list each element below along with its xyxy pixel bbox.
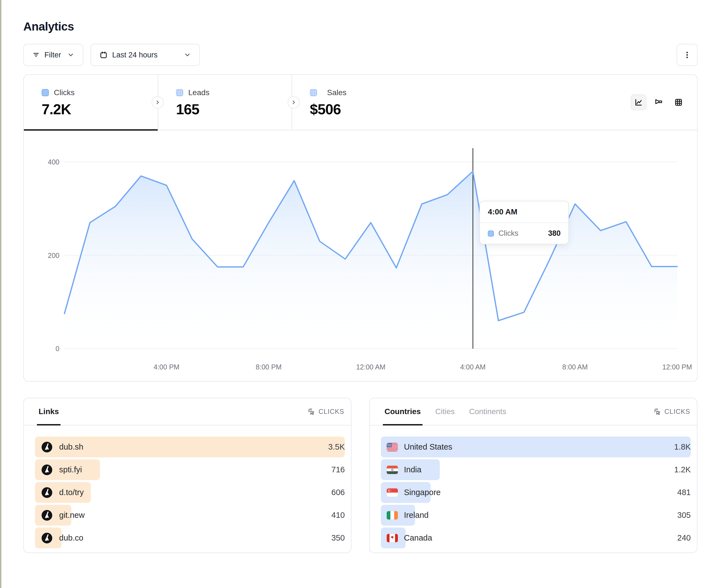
countries-panel: CountriesCitiesContinents CLICKS United … [369,398,697,553]
table-grid-icon [674,98,683,107]
row-value: 1.2K [674,465,691,474]
row-label: India [404,465,422,474]
date-range-button[interactable]: Last 24 hours [90,44,200,66]
x-axis-tick-label: 12:00 PM [662,363,692,371]
x-axis-tick-label: 4:00 AM [460,363,486,371]
row-value: 3.5K [328,443,345,452]
row-label: git.new [59,511,85,520]
links-metric-label: CLICKS [319,408,344,415]
country-row-india[interactable]: India1.2K [381,459,691,481]
row-label: Singapore [404,488,440,497]
x-axis-tick-label: 8:00 PM [256,363,281,371]
chevron-down-icon [67,51,74,59]
sales-tab-label: Sales [327,88,346,97]
more-options-button[interactable] [676,44,698,66]
tab-cities[interactable]: Cities [435,398,455,425]
leads-tab-label: Leads [188,88,209,97]
breakdown-panels: Links CLICKS dub.sh3.5K spti.fyi716 [23,398,698,553]
chart-tooltip: 4:00 AM Clicks 380 [479,201,569,244]
row-value: 305 [677,511,691,520]
dub-logo-icon [41,532,53,544]
row-value: 410 [331,511,345,520]
chart-plot-area[interactable]: 4:00 AM Clicks 380 0200400 [64,148,677,350]
analytics-page: Analytics Filter Last 24 hours [23,0,698,553]
tooltip-series-swatch [488,230,494,236]
kebab-menu-icon [683,51,691,59]
dub-logo-icon [41,509,53,521]
row-label: Ireland [404,511,429,520]
links-metric-tag: CLICKS [307,398,344,425]
link-row-git-new[interactable]: git.new410 [35,504,345,526]
x-axis-tick-label: 12:00 AM [356,363,386,371]
page-title: Analytics [23,20,698,33]
expand-leads-button[interactable] [152,96,164,109]
tab-clicks[interactable]: Clicks 7.2K [24,75,158,130]
countries-metric-label: CLICKS [664,408,690,415]
tab-links[interactable]: Links [39,398,59,425]
country-row-united-states[interactable]: United States1.8K [381,436,691,458]
chevron-down-icon [184,51,191,59]
leads-value: 165 [176,101,292,118]
tab-countries[interactable]: Countries [385,398,421,425]
expand-sales-button[interactable] [288,96,300,109]
row-value: 481 [677,488,691,497]
filter-button[interactable]: Filter [23,44,83,66]
dub-logo-icon [41,464,53,476]
calendar-icon [100,51,108,59]
tab-sales[interactable]: Sales $506 [292,75,425,130]
country-row-singapore[interactable]: Singapore481 [381,481,691,503]
countries-rows: United States1.8K India1.2K Singapore481… [370,426,697,549]
link-row-dub-co[interactable]: dub.co350 [35,527,345,549]
filter-button-label: Filter [44,51,61,59]
in-flag-icon [387,466,398,474]
country-row-ireland[interactable]: Ireland305 [381,504,691,526]
tab-split-1 [152,96,164,109]
y-axis-tick-label: 200 [48,251,59,259]
row-label: United States [404,443,452,452]
y-axis-tick-label: 400 [48,158,59,166]
us-flag-icon [387,443,398,451]
countries-metric-tag: CLICKS [653,398,690,425]
tooltip-value: 380 [548,229,561,238]
cursor-click-icon [653,407,662,416]
date-range-label: Last 24 hours [112,51,158,59]
line-chart-view-button[interactable] [630,94,647,110]
clicks-value: 7.2K [42,101,158,118]
filter-icon [32,51,40,59]
x-axis-tick-label: 8:00 AM [562,363,588,371]
links-panel-tabs: Links [39,398,59,425]
dub-logo-icon [41,464,53,476]
tab-continents[interactable]: Continents [469,398,507,425]
area-chart-svg [64,148,677,350]
tab-split-2 [288,96,300,109]
country-row-canada[interactable]: Canada240 [381,527,691,549]
dub-logo-icon [41,487,53,499]
countries-panel-tabs: CountriesCitiesContinents [385,398,507,425]
leads-series-swatch [176,89,183,96]
ie-flag-icon [387,511,398,520]
dub-logo-icon [41,509,53,521]
toolbar: Filter Last 24 hours [23,44,698,66]
row-value: 716 [331,465,345,474]
funnel-view-button[interactable] [650,94,667,110]
row-label: Canada [404,533,432,543]
chart-view-toggles [630,75,697,130]
y-axis-tick-label: 0 [56,345,59,353]
clicks-chart[interactable]: 4:00 AM Clicks 380 0200400 4:00 PM8:00 P… [64,148,677,381]
tab-leads[interactable]: Leads 165 [158,75,292,130]
link-row-d-to-try[interactable]: d.to/try606 [35,481,345,503]
metric-tabs: Clicks 7.2K Leads 165 Sales $506 [24,75,697,130]
dub-logo-icon [41,532,53,544]
row-label: dub.sh [59,443,83,452]
row-value: 606 [331,488,345,497]
sales-value: $506 [310,101,425,118]
line-chart-icon [634,98,643,107]
table-view-button[interactable] [670,94,687,110]
link-row-spti-fyi[interactable]: spti.fyi716 [35,459,345,481]
tooltip-time: 4:00 AM [480,201,568,223]
link-row-dub-sh[interactable]: dub.sh3.5K [35,436,345,458]
row-label: d.to/try [59,488,84,497]
clicks-tab-label: Clicks [54,88,75,97]
sales-series-swatch [310,89,317,96]
sg-flag-icon [387,489,398,497]
